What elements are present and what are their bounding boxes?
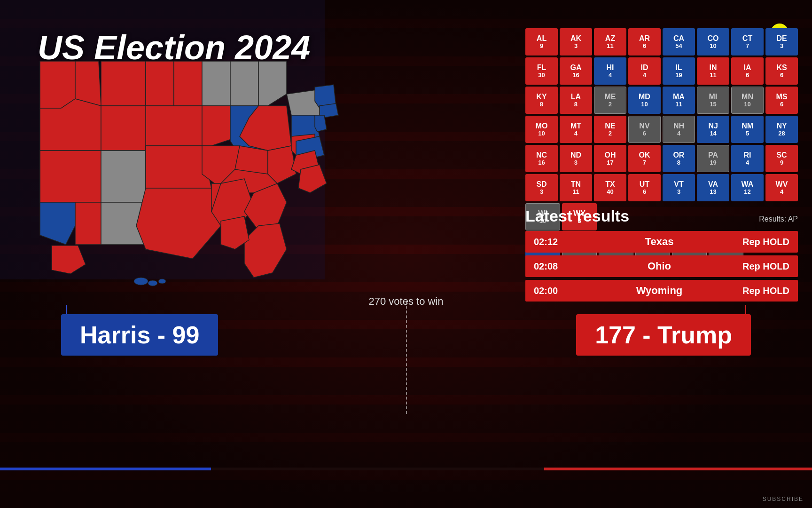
svg-marker-18 [230, 61, 258, 106]
harris-progress-fill [0, 468, 211, 470]
results-source: Results: AP [759, 215, 798, 223]
result-row-ohio: 02:08 Ohio Rep HOLD [525, 255, 798, 277]
ec-cell-SC: SC9 [765, 145, 798, 172]
ec-row-2: FL30 GA16 HI4 ID4 IL19 IN11 IA6 KS6 [525, 57, 798, 85]
ec-cell-MN: MN10 [731, 87, 764, 114]
ec-cell-MO: MO10 [525, 116, 558, 143]
svg-point-43 [158, 279, 166, 284]
result-state-wyoming: Wyoming [576, 285, 742, 297]
ec-cell-ND: ND3 [560, 145, 592, 172]
ec-cell-CO: CO10 [697, 28, 729, 56]
ec-cell-FL: FL30 [525, 57, 558, 85]
trump-score-block: 177 - Trump [576, 314, 751, 356]
result-row-texas: 02:12 Texas Rep HOLD [525, 231, 798, 253]
ec-cell-VT: VT3 [663, 174, 695, 201]
ec-cell-IL: IL19 [663, 57, 695, 85]
ec-cell-LA: LA8 [560, 87, 592, 114]
svg-marker-2 [75, 61, 101, 106]
ec-cell-KS: KS6 [765, 57, 798, 85]
ec-cell-MT: MT4 [560, 116, 592, 143]
ec-cell-RI: RI4 [731, 145, 764, 172]
ec-cell-WA: WA12 [731, 174, 764, 201]
result-outcome-ohio: Rep HOLD [742, 261, 789, 272]
ec-cell-IA: IA6 [731, 57, 764, 85]
svg-point-42 [148, 280, 157, 286]
ec-cell-ME: ME2 [594, 87, 626, 114]
ec-cell-NC: NC16 [525, 145, 558, 172]
trump-progress-fill [544, 468, 812, 470]
ec-row-6: SD3 TN11 TX40 UT6 VT3 VA13 WA12 WV4 [525, 174, 798, 201]
result-row-wyoming: 02:00 Wyoming Rep HOLD [525, 280, 798, 302]
ec-cell-VA: VA13 [697, 174, 729, 201]
ec-cell-WV: WV4 [765, 174, 798, 201]
svg-marker-11 [146, 146, 211, 188]
svg-marker-13 [75, 202, 101, 245]
ec-row-1: AL9 AK3 AZ11 AR6 CA54 CO10 CT7 DE3 [525, 28, 798, 56]
ec-row-5: NC16 ND3 OH17 OK7 OR8 PA19 RI4 SC9 [525, 145, 798, 172]
harris-score-label: Harris - 99 [80, 321, 199, 349]
svg-marker-16 [202, 61, 230, 106]
result-time-ohio: 02:08 [534, 261, 576, 272]
ec-cell-NE: NE2 [594, 116, 626, 143]
harris-bar-tick [66, 305, 67, 315]
ec-cell-NH: NH4 [663, 116, 695, 143]
ec-row-4: MO10 MT4 NE2 NV6 NH4 NJ14 NM5 NY28 [525, 116, 798, 143]
svg-marker-4 [101, 61, 146, 106]
latest-results-panel: Latest results Results: AP 02:12 Texas R… [525, 207, 798, 304]
svg-marker-6 [174, 61, 202, 106]
ec-cell-CT: CT7 [731, 28, 764, 56]
ec-cell-NY: NY28 [765, 116, 798, 143]
result-time-wyoming: 02:00 [534, 286, 576, 296]
result-outcome-wyoming: Rep HOLD [742, 286, 789, 296]
ec-cell-SD: SD3 [525, 174, 558, 201]
result-state-texas: Texas [576, 236, 742, 248]
ec-cell-ID: ID4 [628, 57, 661, 85]
svg-marker-37 [315, 115, 327, 132]
ec-cell-AL: AL9 [525, 28, 558, 56]
ec-cell-NM: NM5 [731, 116, 764, 143]
svg-point-41 [134, 278, 148, 285]
result-state-ohio: Ohio [576, 260, 742, 272]
svg-marker-5 [146, 61, 174, 106]
undecided-fill [211, 468, 544, 470]
svg-marker-1 [40, 61, 75, 108]
ec-cell-TX: TX40 [594, 174, 626, 201]
result-time-texas: 02:12 [534, 237, 576, 247]
bottom-progress-bar [0, 468, 812, 470]
svg-marker-7 [146, 106, 202, 146]
result-outcome-texas: Rep HOLD [742, 237, 789, 247]
svg-marker-10 [101, 151, 146, 202]
ec-cell-CA: CA54 [663, 28, 695, 56]
ec-cell-IN: IN11 [697, 57, 729, 85]
ec-cell-MS: MS6 [765, 87, 798, 114]
ec-cell-TN: TN11 [560, 174, 592, 201]
ec-cell-AK: AK3 [560, 28, 592, 56]
svg-marker-8 [101, 106, 146, 151]
latest-results-header: Latest results Results: AP [525, 207, 798, 225]
subscribe-badge: SUBSCRIBE [763, 496, 804, 502]
ec-cell-MA: MA11 [663, 87, 695, 114]
ec-cell-PA: PA19 [697, 145, 729, 172]
ec-cell-OK: OK7 [628, 145, 661, 172]
harris-score-block: Harris - 99 [61, 314, 218, 356]
ec-cell-GA: GA16 [560, 57, 592, 85]
ec-cell-OR: OR8 [663, 145, 695, 172]
ec-cell-AR: AR6 [628, 28, 661, 56]
us-map [14, 24, 352, 301]
ec-cell-DE: DE3 [765, 28, 798, 56]
ec-cell-OH: OH17 [594, 145, 626, 172]
trump-bar-tick [745, 305, 746, 315]
ec-row-3: KY8 LA8 ME2 MD10 MA11 MI15 MN10 MS6 [525, 87, 798, 114]
ec-cell-MD: MD10 [628, 87, 661, 114]
latest-results-title: Latest results [525, 207, 629, 225]
trump-score-label: 177 - Trump [595, 321, 732, 349]
divider-line [406, 301, 407, 414]
ec-cell-UT: UT6 [628, 174, 661, 201]
ec-cell-MI: MI15 [697, 87, 729, 114]
ec-cell-KY: KY8 [525, 87, 558, 114]
ec-cell-HI: HI4 [594, 57, 626, 85]
ec-cell-NJ: NJ14 [697, 116, 729, 143]
svg-marker-9 [40, 151, 101, 202]
ec-cell-AZ: AZ11 [594, 28, 626, 56]
ec-cell-NV: NV6 [628, 116, 661, 143]
